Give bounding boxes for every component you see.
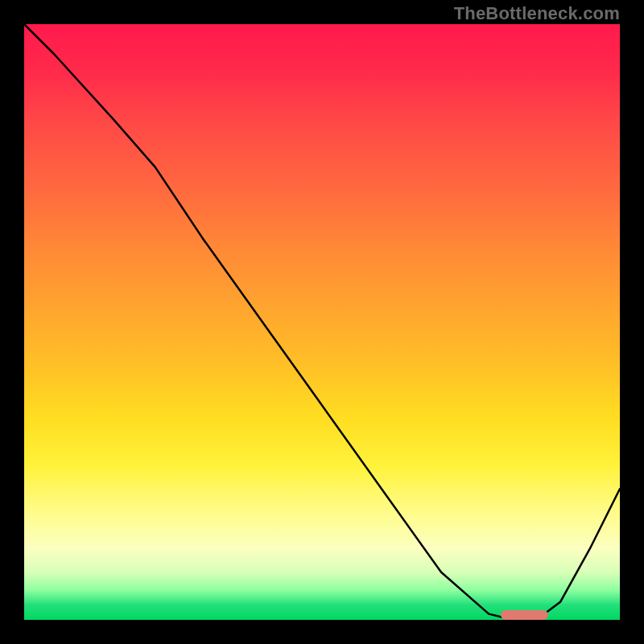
watermark-text: TheBottleneck.com (454, 3, 620, 24)
curve-path (24, 24, 620, 620)
plot-area (24, 24, 620, 620)
chart-frame: TheBottleneck.com (0, 0, 644, 644)
bottleneck-curve (24, 24, 620, 620)
optimal-range-marker (501, 610, 548, 620)
